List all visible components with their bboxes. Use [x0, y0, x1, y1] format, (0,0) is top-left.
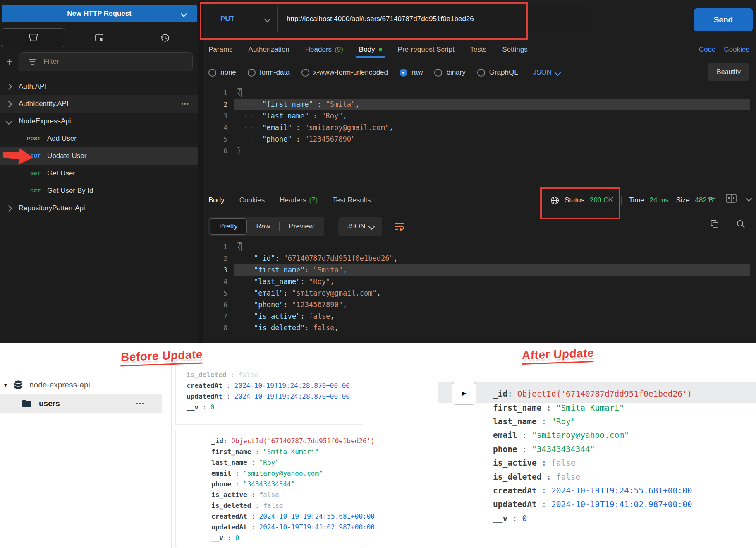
code-token: "last_name" [262, 112, 309, 120]
response-body-editor[interactable]: 1{2 "_id": "67140787d7dd951f0e1bed26",3 … [208, 241, 750, 334]
chevron-down-icon[interactable] [181, 11, 187, 17]
body-mode-raw[interactable]: raw [400, 68, 423, 77]
view-tab-preview[interactable]: Preview [280, 219, 323, 234]
more-options-icon[interactable]: ••• [708, 195, 716, 202]
beautify-label: Beautify [717, 68, 741, 76]
response-divider [203, 187, 756, 187]
field-key: phone [211, 480, 231, 488]
before-update-annotation: Before Update [120, 348, 203, 367]
tab-history[interactable] [133, 28, 197, 47]
code-token: : [284, 300, 292, 309]
send-button[interactable]: Send [694, 8, 753, 31]
body-mode-binary[interactable]: binary [434, 68, 465, 77]
field-key: phone [493, 445, 517, 454]
code-content: "_id": "67140787d7dd951f0e1bed26", [234, 252, 750, 264]
code-token: "1234567890" [292, 300, 343, 309]
layout-panels-icon[interactable] [726, 194, 737, 203]
caret-down-icon[interactable]: ▾ [4, 382, 7, 388]
link-code[interactable]: Code [699, 46, 716, 54]
response-language-dropdown[interactable]: JSON [338, 217, 382, 236]
field-separator: : [247, 459, 259, 466]
field-value: false [551, 458, 576, 468]
new-http-request-button[interactable]: New HTTP Request [2, 5, 197, 22]
copy-response-button[interactable] [710, 219, 719, 228]
tab-environments[interactable] [67, 28, 131, 47]
api-client-window: New HTTP Request + Auth.API [0, 0, 756, 343]
code-token: } [237, 147, 241, 155]
mode-label: x-www-form-urlencoded [313, 68, 388, 77]
line-number: 6 [208, 145, 234, 156]
body-mode-none[interactable]: none [208, 68, 236, 77]
beautify-button[interactable]: Beautify [708, 63, 749, 81]
response-tab-test-results[interactable]: Test Results [333, 196, 371, 204]
field-separator: : [247, 491, 259, 499]
field-key: email [493, 430, 517, 440]
field-key: email [211, 469, 231, 477]
sidebar-collection-repositorypatternapi[interactable]: RepositoryPatternApi [0, 199, 198, 217]
code-token [237, 324, 254, 332]
response-tab-body[interactable]: Body [208, 196, 225, 204]
code-token: , [330, 277, 334, 286]
sidebar-request-get-user-by-id[interactable]: GETGet User By Id [0, 182, 198, 199]
link-cookies[interactable]: Cookies [724, 46, 749, 54]
request-tab-settings[interactable]: Settings [502, 46, 527, 54]
code-token: : [275, 254, 283, 262]
sidebar-collection-nodeexpressapi[interactable]: NodeExpressApi [0, 113, 198, 130]
status-value: 200 OK [590, 196, 614, 204]
doc-field-createdat: createdAt : 2024-10-19T19:24:55.681+00:0… [211, 511, 362, 522]
view-tab-pretty[interactable]: Pretty [210, 218, 247, 235]
collapse-response-icon[interactable] [746, 195, 752, 202]
code-line: 3 "first_name": "Smita", [208, 264, 750, 276]
request-tab-params[interactable]: Params [208, 46, 233, 54]
code-line: 2····"first_name" : "Smita", [208, 99, 750, 110]
sidebar-collection-auth-api[interactable]: Auth.API [0, 78, 198, 95]
sidebar-collection-authidentity-api[interactable]: AuthIdentity.API••• [0, 95, 198, 113]
doc-field-id: _id: ObjectId('67140787d7dd951f0e1bed26'… [493, 387, 692, 401]
database-row[interactable]: ▾ node-express-api [0, 377, 162, 393]
code-token [237, 277, 254, 286]
code-token: ···· [237, 112, 262, 120]
code-token: "Smita" [326, 100, 356, 108]
code-content: "email": "smitaroy@gmail.com", [234, 287, 750, 299]
request-tab-tests[interactable]: Tests [470, 46, 487, 54]
play-icon: ▶ [462, 389, 467, 397]
body-mode-graphql[interactable]: GraphQL [477, 68, 518, 77]
body-mode-x-www-form-urlencoded[interactable]: x-www-form-urlencoded [301, 68, 388, 77]
more-options-icon[interactable]: ••• [181, 101, 189, 107]
body-mode-form-data[interactable]: form-data [248, 68, 290, 77]
line-number: 4 [208, 122, 234, 133]
request-body-editor[interactable]: 1{2····"first_name" : "Smita",3····"last… [208, 87, 750, 156]
field-separator: : [231, 469, 243, 477]
request-tab-authorization[interactable]: Authorization [249, 46, 289, 54]
request-language-dropdown[interactable]: JSON [533, 68, 560, 77]
code-line: 3····"last_name" : "Roy", [208, 110, 750, 122]
filter-input[interactable] [43, 57, 168, 66]
collection-row-users[interactable]: users ••• [0, 394, 162, 413]
request-tab-body[interactable]: Body [359, 46, 382, 54]
view-tab-raw[interactable]: Raw [247, 219, 279, 234]
tab-collections[interactable] [1, 28, 65, 47]
response-tab-cookies[interactable]: Cookies [239, 196, 265, 204]
expand-document-button[interactable]: ▶ [452, 382, 476, 405]
method-dropdown[interactable]: PUT [208, 6, 278, 32]
code-token: { [237, 89, 241, 97]
sidebar-request-add-user[interactable]: POSTAdd User [0, 130, 198, 147]
item-label: Get User By Id [47, 187, 93, 195]
wrap-text-button[interactable] [395, 222, 405, 231]
field-separator: : [537, 417, 551, 426]
collection-options-icon[interactable]: ••• [136, 400, 145, 407]
new-http-request-label: New HTTP Request [67, 10, 132, 18]
code-token [237, 312, 254, 320]
field-separator: : [517, 445, 532, 454]
search-response-button[interactable] [736, 219, 745, 228]
url-input[interactable] [278, 14, 593, 24]
sidebar-request-get-user[interactable]: GETGet User [0, 165, 198, 182]
code-line: 1{ [208, 87, 750, 99]
request-tab-headers[interactable]: Headers(9) [305, 46, 343, 54]
tab-label: Test Results [333, 196, 371, 204]
add-collection-button[interactable]: + [2, 53, 17, 70]
response-tab-headers[interactable]: Headers(7) [280, 196, 318, 204]
field-value: "Smita Kumari" [556, 403, 624, 413]
request-tab-pre-request-script[interactable]: Pre-request Script [398, 46, 455, 54]
code-content: { [234, 87, 750, 99]
